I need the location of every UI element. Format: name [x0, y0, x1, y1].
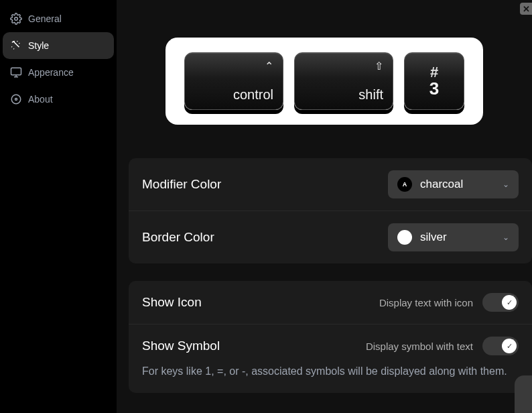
monitor-icon	[9, 66, 23, 79]
close-icon: ✕	[523, 4, 530, 14]
preview-container: ⌃ control ⇧ shift # 3	[165, 38, 483, 125]
swatch-silver	[397, 230, 412, 245]
setting-label: Modifier Color	[142, 177, 221, 192]
sidebar-item-label: Apperance	[28, 67, 74, 78]
key-label: 3	[429, 80, 439, 97]
sidebar-item-about[interactable]: About	[3, 86, 114, 113]
setting-label: Border Color	[142, 230, 214, 245]
sidebar: General Style Apperance About	[0, 0, 117, 413]
display-settings-group: Show Icon Display text with icon ✓ Show …	[129, 281, 532, 393]
check-icon: ✓	[507, 298, 513, 307]
setting-show-icon: Show Icon Display text with icon ✓	[129, 281, 532, 324]
select-value: charcoal	[420, 178, 463, 191]
key-control: ⌃ control	[184, 52, 283, 110]
sidebar-item-label: About	[28, 94, 53, 105]
main-content: ✕ ⌃ control ⇧ shift # 3 Modifier Color	[117, 0, 532, 413]
sidebar-item-appearance[interactable]: Apperance	[3, 59, 114, 86]
sidebar-item-general[interactable]: General	[3, 5, 114, 32]
key-label: shift	[358, 87, 383, 103]
scroll-handle[interactable]	[515, 375, 532, 413]
modifier-color-select[interactable]: A charcoal ⌄	[388, 170, 519, 198]
chevron-down-icon: ⌄	[503, 233, 509, 242]
color-settings-group: Modifier Color A charcoal ⌄ Border Color…	[129, 158, 532, 263]
svg-point-4	[11, 95, 21, 104]
gear-icon	[9, 12, 23, 25]
select-value: silver	[420, 231, 447, 244]
key-3: # 3	[404, 52, 464, 110]
setting-label: Show Symbol	[142, 339, 220, 353]
key-shift: ⇧ shift	[294, 52, 393, 110]
setting-description: For keys like 1, =, or -, associated sym…	[129, 363, 532, 393]
check-icon: ✓	[507, 342, 513, 351]
shift-symbol: ⇧	[375, 60, 383, 72]
settings-list: Modifier Color A charcoal ⌄ Border Color…	[117, 158, 532, 393]
border-color-select[interactable]: silver ⌄	[388, 223, 519, 251]
setting-show-symbol: Show Symbol Display symbol with text ✓ F…	[129, 324, 532, 393]
sidebar-item-label: General	[28, 13, 62, 24]
key-label: control	[233, 87, 273, 103]
setting-modifier-color: Modifier Color A charcoal ⌄	[129, 158, 532, 211]
setting-border-color: Border Color silver ⌄	[129, 211, 532, 263]
hash-symbol: #	[430, 65, 438, 80]
svg-point-0	[15, 17, 18, 21]
sidebar-item-style[interactable]: Style	[3, 32, 114, 59]
chevron-down-icon: ⌄	[503, 180, 509, 189]
svg-point-5	[15, 99, 17, 101]
show-symbol-toggle[interactable]: ✓	[482, 337, 519, 355]
sidebar-item-label: Style	[28, 40, 49, 51]
setting-sublabel: Display symbol with text	[366, 341, 473, 352]
swatch-charcoal: A	[397, 177, 412, 192]
disc-icon	[9, 93, 23, 106]
svg-rect-1	[11, 68, 21, 75]
setting-label: Show Icon	[142, 295, 202, 310]
keyboard-preview: ⌃ control ⇧ shift # 3	[117, 0, 532, 158]
toggle-knob: ✓	[502, 339, 517, 353]
toggle-knob: ✓	[502, 295, 517, 310]
show-icon-toggle[interactable]: ✓	[482, 293, 519, 312]
control-symbol: ⌃	[265, 60, 273, 72]
close-button[interactable]: ✕	[520, 3, 532, 15]
wand-icon	[9, 39, 23, 52]
setting-sublabel: Display text with icon	[379, 297, 473, 308]
